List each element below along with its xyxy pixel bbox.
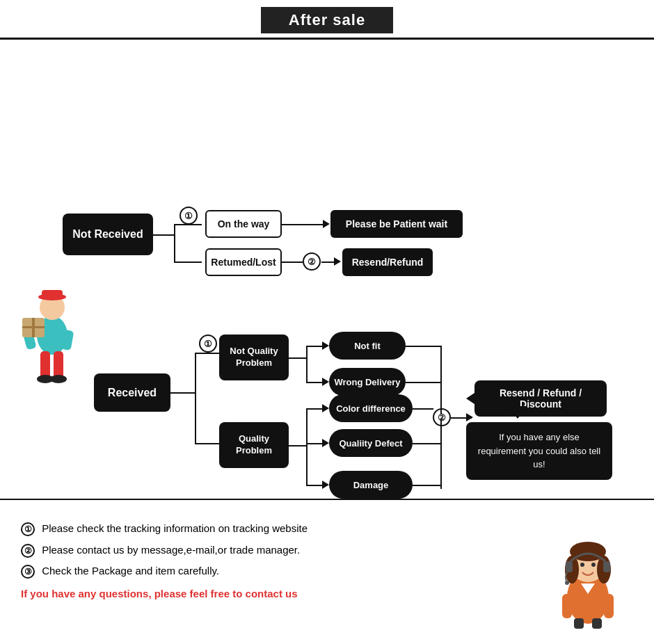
- line-bottom-to-circle2: [440, 419, 442, 489]
- arrow-to-notfit: [322, 341, 329, 350]
- svg-rect-8: [32, 318, 35, 337]
- bottom-section: ① Please check the tracking information …: [0, 499, 654, 644]
- flowchart: Not Received ① On the way Retumed/Lost P…: [21, 61, 633, 492]
- arrow-to-patient: [323, 220, 330, 228]
- line-nqp-right: [289, 357, 306, 359]
- svg-rect-25: [604, 594, 614, 618]
- line-wrongdelivery-to-circle: [406, 382, 440, 383]
- svg-rect-24: [562, 594, 572, 618]
- circle-num-3: ③: [21, 565, 35, 579]
- extra-info-node: If you have any else requirement you cou…: [466, 422, 612, 480]
- line-to-qp: [195, 443, 219, 444]
- quality-problem-node: Quality Problem: [219, 422, 289, 468]
- line-not-received-branch: [153, 234, 174, 236]
- svg-point-12: [50, 375, 67, 383]
- header: After sale: [0, 0, 654, 40]
- svg-rect-22: [603, 561, 610, 572]
- header-title: After sale: [261, 7, 393, 33]
- not-fit-node: Not fit: [329, 332, 406, 360]
- step3-text: ③ Check the Package and item carefully.: [21, 563, 529, 579]
- arrow-to-resend-top: [334, 257, 341, 266]
- line-received-branch: [170, 392, 195, 394]
- line-to-returned: [174, 261, 202, 263]
- line-qp-right: [289, 445, 306, 446]
- returned-lost-node: Retumed/Lost: [205, 248, 282, 276]
- circle-1-received: ①: [199, 335, 217, 353]
- arrow-to-damage: [322, 481, 329, 489]
- color-difference-node: Color difference: [329, 394, 413, 422]
- line-bracket-v: [174, 224, 175, 261]
- resend-refund-node: Resend/Refund: [342, 248, 433, 276]
- svg-point-23: [565, 581, 569, 585]
- please-patient-node: Please be Patient wait: [330, 210, 463, 238]
- wrong-delivery-node: Wrong Delivery: [329, 368, 406, 396]
- line-received-v: [195, 353, 196, 443]
- line-returned-branch2: [282, 261, 303, 263]
- quality-defect-node: Qualiity Defect: [329, 429, 413, 457]
- line-top-to-circle2: [440, 346, 442, 414]
- step1-text: ① Please check the tracking information …: [21, 521, 529, 537]
- arrow-to-wrongdelivery: [322, 378, 329, 386]
- delivery-person-icon: [14, 276, 90, 394]
- svg-rect-26: [574, 618, 584, 629]
- line-ontheway-patient: [282, 224, 327, 225]
- not-received-node: Not Received: [63, 214, 153, 255]
- line-qualitydefect-to-circle: [413, 443, 440, 444]
- circle-1-top: ①: [180, 207, 198, 225]
- line-colordiff-to-circle: [413, 408, 433, 410]
- line-notfit-to-circle: [406, 346, 440, 347]
- contact-line: If you have any questions, please feel f…: [21, 586, 529, 602]
- support-person-icon: [543, 521, 633, 632]
- circle-num-2: ②: [21, 544, 35, 558]
- bottom-text: ① Please check the tracking information …: [21, 521, 529, 607]
- line-damage-to-v: [413, 485, 440, 486]
- circle-num-1: ①: [21, 522, 35, 536]
- circle-2-right: ②: [433, 408, 451, 426]
- arrow-to-qualitydefect: [322, 439, 329, 447]
- circle-2-top: ②: [303, 252, 321, 271]
- line-qp-v: [306, 408, 308, 485]
- svg-rect-27: [592, 618, 602, 629]
- main-content: Not Received ① On the way Retumed/Lost P…: [0, 40, 654, 492]
- line-to-nqp: [195, 353, 219, 354]
- received-node: Received: [94, 373, 170, 412]
- svg-point-19: [580, 563, 584, 567]
- step2-text: ② Please contact us by message,e-mail,or…: [21, 542, 529, 558]
- svg-rect-3: [42, 290, 63, 298]
- not-quality-problem-node: Not Quality Problem: [219, 335, 289, 380]
- resend-refund-discount-node: Resend / Refund / Discount: [474, 380, 607, 417]
- line-nqp-v: [306, 346, 308, 382]
- on-the-way-node: On the way: [205, 210, 282, 238]
- arrow-to-colordiff: [322, 404, 329, 412]
- svg-point-20: [591, 563, 596, 567]
- damage-node: Damage: [329, 471, 413, 499]
- arrow-to-rrd: [466, 413, 473, 421]
- speech-bubble-pointer: [508, 406, 527, 419]
